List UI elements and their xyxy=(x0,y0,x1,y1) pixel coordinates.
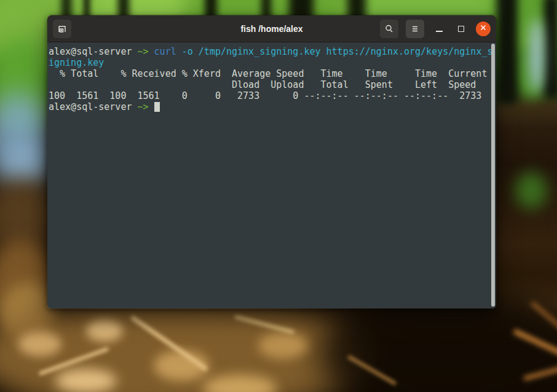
titlebar[interactable]: fish /home/alex xyxy=(47,15,496,42)
command-url: https://nginx.org/keys/nginx_s xyxy=(326,46,493,57)
command-path: /tmp/nginx_signing.key xyxy=(199,46,326,57)
floor-bokeh xyxy=(18,332,61,356)
terminal-content[interactable]: alex@sql-server ~> curl -o /tmp/nginx_si… xyxy=(47,42,496,308)
curl-header-row2: Dload Upload Total Spent Left Speed xyxy=(49,79,490,90)
close-icon xyxy=(480,24,487,33)
prompt-user: alex@sql-server xyxy=(49,46,138,57)
maximize-icon xyxy=(458,26,464,32)
terminal-window: fish /home/alex xyxy=(47,15,497,309)
minimize-button[interactable] xyxy=(432,22,446,36)
new-tab-button[interactable] xyxy=(53,20,71,38)
menu-button[interactable] xyxy=(406,20,424,38)
search-button[interactable] xyxy=(380,20,398,38)
terminal-cursor xyxy=(154,102,160,112)
command-flag: -o xyxy=(182,46,199,57)
prompt-user: alex@sql-server xyxy=(49,101,138,112)
tree-trunk xyxy=(497,0,518,104)
foliage-blob xyxy=(515,172,547,209)
close-button[interactable] xyxy=(476,22,491,36)
prompt-symbol: ~> xyxy=(138,46,154,57)
search-icon xyxy=(384,24,394,34)
maximize-button[interactable] xyxy=(454,22,468,36)
curl-data-row: 100 1561 100 1561 0 0 2733 0 --:--:-- --… xyxy=(49,90,490,101)
floor-bokeh xyxy=(258,332,307,359)
hamburger-icon xyxy=(410,24,420,34)
sky-patch xyxy=(530,18,543,92)
terminal-line-command: alex@sql-server ~> curl -o /tmp/nginx_si… xyxy=(49,46,490,57)
new-tab-icon xyxy=(57,24,67,34)
terminal-line-prompt: alex@sql-server ~> xyxy=(49,101,490,112)
desktop-background: fish /home/alex xyxy=(0,0,557,392)
command-name: curl xyxy=(154,46,182,57)
curl-header-row1: % Total % Received % Xferd Average Speed… xyxy=(49,68,490,79)
floor-bokeh xyxy=(55,369,117,392)
tree-trunk xyxy=(543,0,557,98)
floor-bokeh xyxy=(86,319,123,342)
scrollbar[interactable] xyxy=(491,44,495,307)
prompt-symbol: ~> xyxy=(138,101,154,112)
minimize-icon xyxy=(436,31,443,32)
terminal-line-command-wrap: igning.key xyxy=(49,57,490,68)
